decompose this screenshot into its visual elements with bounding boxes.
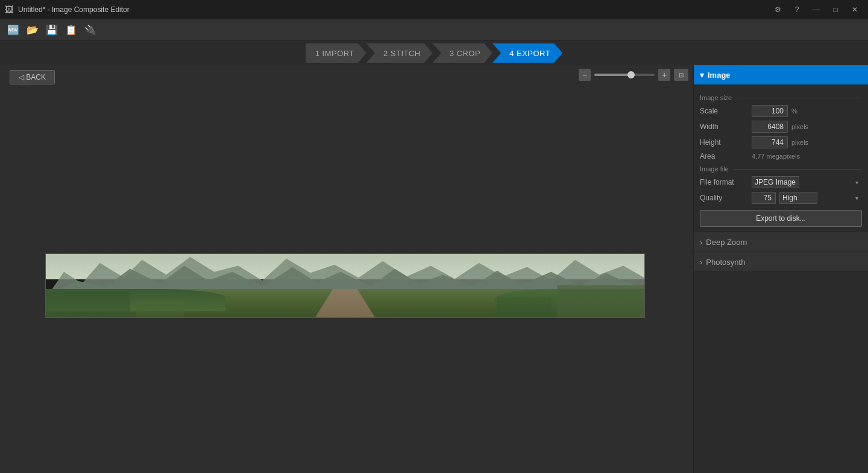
image-file-divider: Image file — [700, 165, 862, 173]
maximize-button[interactable]: □ — [827, 3, 844, 16]
copy-button[interactable]: 📋 — [63, 22, 80, 39]
toolbar: 🆕 📂 💾 📋 🔌 — [0, 19, 868, 41]
photosynth-label: Photosynth — [706, 258, 745, 267]
app-icon: 🖼 — [5, 5, 14, 14]
scale-row: Scale % — [700, 105, 862, 117]
image-section: ▾ Image Image size Scale % Width — [694, 65, 868, 232]
image-size-divider: Image size — [700, 94, 862, 101]
file-format-label: File format — [700, 178, 748, 186]
svg-rect-5 — [497, 297, 551, 317]
canvas-content — [0, 84, 693, 473]
fit-button[interactable]: ⊡ — [674, 69, 688, 81]
zoom-slider[interactable] — [594, 74, 655, 76]
back-button[interactable]: ◁ BACK — [10, 70, 55, 84]
export-to-disk-button[interactable]: Export to disk... — [700, 210, 862, 227]
image-file-label: Image file — [700, 165, 729, 173]
save-button[interactable]: 💾 — [43, 22, 60, 39]
image-size-label: Image size — [700, 94, 732, 101]
title-bar-title: Untitled* - Image Composite Editor — [18, 5, 130, 14]
help-button[interactable]: ? — [788, 3, 805, 16]
plugin-button[interactable]: 🔌 — [82, 22, 99, 39]
panorama-image — [45, 253, 645, 318]
area-row: Area 4,77 megapixels — [700, 152, 862, 160]
quality-row: Quality Low Medium High Very High — [700, 192, 862, 204]
settings-button[interactable]: ⚙ — [769, 3, 786, 16]
image-arrow-icon: ▾ — [700, 71, 704, 80]
scale-input[interactable] — [752, 105, 788, 117]
step-stitch[interactable]: 2 STITCH — [366, 43, 433, 63]
title-bar: 🖼 Untitled* - Image Composite Editor ⚙ ?… — [0, 0, 868, 19]
scale-label: Scale — [700, 107, 748, 115]
close-button[interactable]: ✕ — [846, 3, 863, 16]
image-section-header[interactable]: ▾ Image — [694, 65, 868, 84]
zoom-out-button[interactable]: − — [579, 69, 591, 81]
file-format-row: File format JPEG Image PNG Image TIFF Im… — [700, 176, 862, 188]
svg-rect-4 — [136, 300, 184, 317]
height-input[interactable] — [752, 136, 788, 148]
open-button[interactable]: 📂 — [24, 22, 41, 39]
width-input[interactable] — [752, 121, 788, 133]
file-format-select[interactable]: JPEG Image PNG Image TIFF Image — [752, 176, 799, 188]
title-bar-left: 🖼 Untitled* - Image Composite Editor — [5, 5, 130, 14]
image-section-label: Image — [708, 71, 731, 80]
height-unit: pixels — [791, 139, 808, 146]
main-area: − + ⊡ — [0, 65, 868, 473]
step-export[interactable]: 4 EXPORT — [492, 43, 562, 63]
zoom-in-button[interactable]: + — [658, 69, 670, 81]
steps-nav: 1 IMPORT 2 STITCH 3 CROP 4 EXPORT — [0, 41, 868, 65]
height-label: Height — [700, 138, 748, 147]
canvas-toolbar: − + ⊡ — [0, 65, 693, 84]
deep-zoom-header[interactable]: › Deep Zoom — [694, 232, 868, 252]
right-panel: ▾ Image Image size Scale % Width — [693, 65, 868, 473]
area-value: 4,77 megapixels — [752, 153, 800, 160]
zoom-slider-track — [594, 74, 631, 76]
quality-select[interactable]: Low Medium High Very High — [779, 192, 817, 204]
panorama-scene — [46, 254, 644, 317]
photosynth-section: › Photosynth — [694, 252, 868, 272]
svg-rect-3 — [557, 285, 644, 317]
title-bar-controls: ⚙ ? — □ ✕ — [769, 3, 863, 16]
deep-zoom-label: Deep Zoom — [706, 238, 747, 247]
height-row: Height pixels — [700, 136, 862, 148]
quality-number-input[interactable] — [752, 192, 776, 204]
photosynth-header[interactable]: › Photosynth — [694, 252, 868, 271]
image-section-body: Image size Scale % Width pixels Height — [694, 84, 868, 232]
step-crop[interactable]: 3 CROP — [433, 43, 492, 63]
width-label: Width — [700, 122, 748, 131]
width-row: Width pixels — [700, 121, 862, 133]
svg-rect-2 — [46, 291, 130, 317]
scale-unit: % — [791, 107, 797, 115]
deep-zoom-section: › Deep Zoom — [694, 232, 868, 252]
quality-label: Quality — [700, 194, 748, 202]
deep-zoom-arrow: › — [700, 238, 702, 247]
new-button[interactable]: 🆕 — [5, 22, 22, 39]
divider-line-2 — [734, 169, 862, 170]
minimize-button[interactable]: — — [808, 3, 825, 16]
canvas-area: − + ⊡ — [0, 65, 693, 473]
photosynth-arrow: › — [700, 258, 702, 267]
file-format-select-wrapper: JPEG Image PNG Image TIFF Image — [752, 176, 862, 188]
width-unit: pixels — [791, 123, 808, 130]
quality-select-wrapper: Low Medium High Very High — [779, 192, 862, 204]
area-label: Area — [700, 152, 748, 160]
step-import[interactable]: 1 IMPORT — [306, 43, 366, 63]
zoom-slider-thumb[interactable] — [627, 71, 635, 78]
divider-line — [737, 98, 862, 98]
trees-layer — [46, 279, 644, 317]
